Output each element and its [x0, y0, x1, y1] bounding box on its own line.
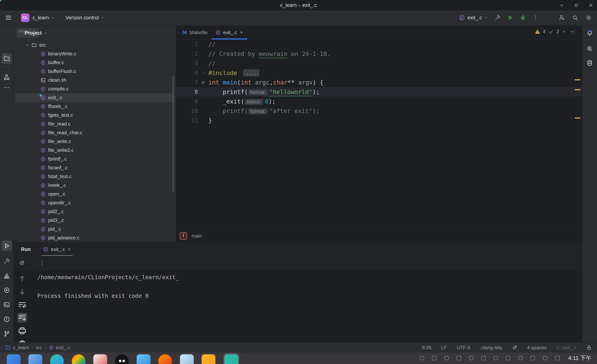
folded-region[interactable]: ...	[243, 69, 259, 76]
ai-assistant-button[interactable]	[584, 43, 595, 53]
line-number[interactable]: 10	[176, 108, 199, 114]
tree-item-pid3_.c[interactable]: Cpid3_.c	[14, 216, 175, 225]
clock[interactable]: 4:11 下午	[568, 354, 592, 362]
tree-scrollbar[interactable]	[172, 75, 174, 192]
tray-icon[interactable]	[481, 356, 486, 360]
lock-open-icon[interactable]	[586, 345, 592, 350]
indent-setting[interactable]: 4 spaces	[527, 345, 547, 351]
clang-tidy[interactable]: .clang-tidy	[480, 345, 502, 351]
tab-makefile[interactable]: M Makefile	[178, 26, 212, 39]
tree-item-file_read.c[interactable]: Cfile_read.c	[14, 120, 175, 128]
run-config-selector[interactable]: C++ exit_.c	[459, 15, 488, 21]
tray-icon[interactable]	[420, 356, 424, 360]
up-stacktrace-icon[interactable]	[17, 274, 27, 283]
tray-icon[interactable]	[555, 356, 560, 360]
line-number[interactable]: 8	[176, 89, 199, 95]
notifications-button[interactable]	[584, 28, 595, 38]
code-line-1[interactable]: 1//	[176, 39, 582, 49]
code-line-8[interactable]: 8 printf(format:"helloworld");	[176, 87, 582, 97]
close-run-tab-icon[interactable]	[67, 247, 71, 251]
line-number[interactable]: 7	[176, 79, 199, 86]
fold-chevron-icon[interactable]	[201, 71, 205, 75]
taskbar-app-terminal-green-app[interactable]	[224, 354, 238, 364]
maximize-icon[interactable]	[573, 2, 579, 8]
more-actions-icon[interactable]	[532, 15, 539, 21]
line-number[interactable]: 3	[176, 60, 199, 67]
code-editor[interactable]: 1//2// Created by meowrain on 24-1-18.3/…	[176, 39, 582, 229]
code-line-4[interactable]: 4#include ...	[176, 68, 582, 78]
tree-item-bufferFlush.c[interactable]: CbufferFlush.c	[14, 67, 175, 76]
crumb-file[interactable]: exit_.c	[56, 345, 70, 351]
structure-toolwindow-button[interactable]	[1, 72, 12, 83]
terminal-toolwindow-button[interactable]	[1, 299, 12, 310]
tree-item-compile.c[interactable]: Ccompile.c	[14, 84, 175, 93]
tree-item-clean.sh[interactable]: clean.sh	[14, 76, 175, 84]
project-toolwindow-button[interactable]	[1, 53, 12, 64]
build-icon[interactable]	[494, 15, 501, 21]
taskbar-app-telegram-app[interactable]	[137, 354, 150, 364]
next-problem-icon[interactable]	[569, 29, 574, 34]
code-line-7[interactable]: 7int main(int argc,char** argv) {	[176, 78, 582, 87]
taskbar-app-qq-app[interactable]	[115, 354, 129, 364]
inspection-widget[interactable]: 4 2	[535, 29, 574, 35]
run-line-icon[interactable]	[201, 80, 206, 85]
code-line-2[interactable]: 2// Created by meowrain on 24-1-18.	[176, 49, 582, 59]
taskbar-app-notes-app[interactable]	[93, 354, 107, 364]
git-toolwindow-button[interactable]	[1, 329, 12, 339]
tray-icon[interactable]	[543, 356, 547, 360]
tree-item-open_.c[interactable]: Copen_.c	[14, 190, 175, 198]
more-toolwindows-button[interactable]	[1, 83, 12, 93]
profiler-toolwindow-button[interactable]	[1, 271, 12, 281]
code-line-10[interactable]: 10 printf(format:"after exit");	[176, 106, 582, 116]
tree-item-fstat_test.c[interactable]: Cfstat_test.c	[14, 172, 175, 181]
down-stacktrace-icon[interactable]	[17, 287, 27, 296]
stripe-warning-mark[interactable]	[575, 117, 580, 119]
search-icon[interactable]	[572, 14, 579, 21]
scroll-to-end-icon[interactable]	[17, 313, 27, 323]
tray-icon[interactable]	[469, 356, 473, 360]
line-number[interactable]: 2	[176, 51, 199, 57]
language-mode[interactable]: C: exit_.c	[556, 345, 576, 351]
hamburger-icon[interactable]	[5, 14, 12, 21]
problems-toolwindow-button[interactable]	[1, 314, 12, 325]
tray-icon[interactable]	[518, 356, 523, 360]
taskbar-app-panel-app[interactable]	[7, 354, 21, 364]
tree-item-opendir_.c[interactable]: Copendir_.c	[14, 198, 175, 207]
close-tab-icon[interactable]	[239, 30, 244, 35]
code-line-9[interactable]: 9 _exit(status:0);	[176, 97, 582, 106]
caret-position[interactable]: 8:26	[422, 345, 432, 351]
print-icon[interactable]	[17, 326, 27, 336]
run-icon[interactable]	[507, 15, 513, 21]
taskbar-app-round-green-app[interactable]	[50, 354, 64, 364]
tree-item-lseek_.c[interactable]: Clseek_.c	[14, 181, 175, 190]
prev-problem-icon[interactable]	[562, 29, 566, 34]
taskbar-app-avatar-app[interactable]	[180, 354, 194, 364]
tray-icon[interactable]	[444, 356, 449, 360]
highlighting-level-icon[interactable]	[512, 345, 518, 350]
crumb-project[interactable]: c_learn	[13, 345, 29, 351]
tree-item-file_write.c[interactable]: Cfile_write.c	[14, 137, 175, 146]
add-user-icon[interactable]	[558, 14, 565, 21]
code-line-11[interactable]: 11}	[176, 116, 582, 125]
taskbar-app-file-manager-app[interactable]	[28, 354, 42, 364]
line-number[interactable]: 11	[176, 117, 199, 124]
database-button[interactable]	[584, 58, 595, 68]
tree-item-fprintf_.c[interactable]: Cfprintf_.c	[14, 155, 175, 163]
gear-icon[interactable]	[585, 14, 592, 21]
code-line-3[interactable]: 3//	[176, 59, 582, 68]
build-toolwindow-button[interactable]	[1, 256, 12, 266]
stripe-warning-mark[interactable]	[575, 79, 580, 80]
tree-item-pid2_.c[interactable]: Cpid2_.c	[14, 207, 175, 216]
line-number[interactable]: 4	[176, 69, 199, 76]
soft-wrap-icon[interactable]	[17, 300, 27, 310]
tab-exit-c[interactable]: C exit_.c	[212, 26, 247, 39]
tree-item-pid_advance.c[interactable]: Cpid_advance.c	[14, 234, 175, 242]
tree-item-exit_.c[interactable]: Cexit_.c	[15, 93, 174, 102]
tray-icon[interactable]	[506, 356, 510, 360]
rerun-icon[interactable]	[19, 260, 25, 266]
tray-icon[interactable]	[494, 356, 498, 360]
tree-item-buffer.c[interactable]: Cbuffer.c	[14, 58, 175, 67]
tree-item-file_read_char.c[interactable]: Cfile_read_char.c	[14, 128, 175, 137]
taskbar-app-wps-app[interactable]	[202, 354, 215, 364]
vcs-selector[interactable]: Version control	[65, 15, 105, 21]
